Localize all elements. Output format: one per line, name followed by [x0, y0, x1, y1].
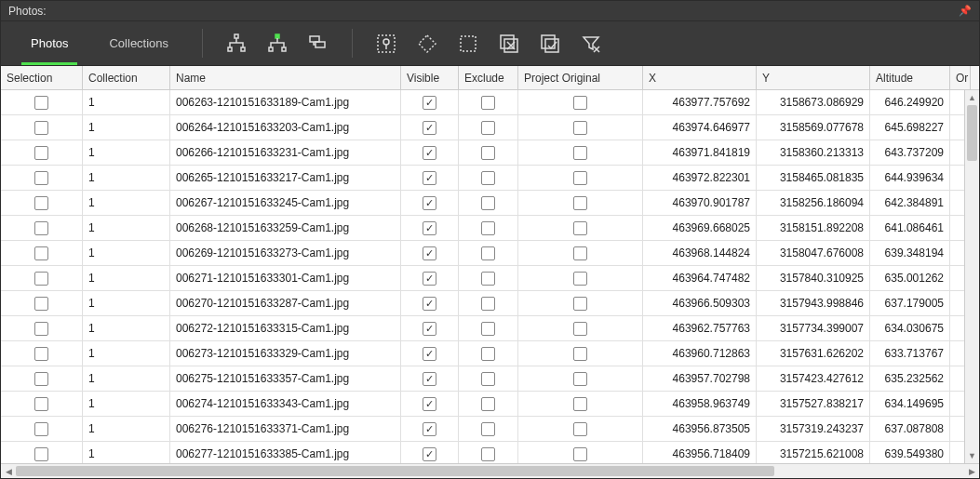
- checkbox-icon[interactable]: [481, 246, 495, 260]
- table-row[interactable]: 1006266-1210151633231-Cam1.jpg✓463971.84…: [1, 140, 979, 166]
- exclude-cell[interactable]: [459, 166, 518, 190]
- project-original-cell[interactable]: [518, 266, 643, 290]
- selection-cell[interactable]: [1, 166, 83, 190]
- exclude-cell[interactable]: [459, 392, 518, 416]
- scroll-right-icon[interactable]: ▶: [964, 464, 979, 478]
- checkbox-icon[interactable]: [573, 272, 587, 286]
- checkbox-icon[interactable]: [34, 171, 48, 185]
- checkbox-icon[interactable]: ✓: [423, 372, 436, 386]
- project-original-cell[interactable]: [518, 115, 643, 140]
- checkbox-icon[interactable]: [481, 146, 495, 160]
- checkbox-icon[interactable]: [481, 171, 495, 185]
- col-x[interactable]: X: [643, 66, 757, 89]
- exclude-cell[interactable]: [459, 341, 518, 366]
- col-selection[interactable]: Selection: [1, 66, 83, 89]
- checkbox-icon[interactable]: [481, 96, 495, 110]
- horizontal-scrollbar[interactable]: ◀ ▶: [1, 463, 979, 478]
- selection-cell[interactable]: [1, 115, 83, 140]
- checkbox-icon[interactable]: [34, 322, 48, 336]
- col-collection[interactable]: Collection: [83, 66, 170, 89]
- table-row[interactable]: 1006269-1210151633273-Cam1.jpg✓463968.14…: [1, 241, 979, 266]
- rect-select-icon[interactable]: [448, 21, 489, 65]
- exclude-cell[interactable]: [459, 140, 518, 165]
- selection-cell[interactable]: [1, 341, 83, 366]
- col-altitude[interactable]: Altitude: [870, 66, 950, 89]
- checkbox-icon[interactable]: [573, 246, 587, 260]
- scroll-up-icon[interactable]: ▲: [965, 90, 979, 105]
- diamond-select-icon[interactable]: [407, 21, 448, 65]
- checkbox-icon[interactable]: [481, 347, 495, 361]
- checkbox-icon[interactable]: ✓: [423, 196, 436, 210]
- table-row[interactable]: 1006275-1210151633357-Cam1.jpg✓463957.70…: [1, 366, 979, 392]
- selection-cell[interactable]: [1, 417, 83, 441]
- visible-cell[interactable]: ✓: [401, 216, 459, 240]
- exclude-cell[interactable]: [459, 216, 518, 240]
- exclude-cell[interactable]: [459, 291, 518, 315]
- checkbox-icon[interactable]: [481, 121, 495, 135]
- table-row[interactable]: 1006274-1210151633343-Cam1.jpg✓463958.96…: [1, 392, 979, 417]
- checkbox-icon[interactable]: ✓: [423, 96, 436, 110]
- checkbox-icon[interactable]: ✓: [423, 146, 436, 160]
- table-row[interactable]: 1006271-1210151633301-Cam1.jpg✓463964.74…: [1, 266, 979, 291]
- col-project-original[interactable]: Project Original: [518, 66, 643, 89]
- selection-cell[interactable]: [1, 266, 83, 290]
- checkbox-icon[interactable]: [481, 221, 495, 235]
- project-original-cell[interactable]: [518, 442, 643, 463]
- exclude-cell[interactable]: [459, 115, 518, 140]
- checkbox-icon[interactable]: [481, 447, 495, 461]
- checkbox-icon[interactable]: [481, 272, 495, 286]
- table-row[interactable]: 1006264-1210151633203-Cam1.jpg✓463974.64…: [1, 115, 979, 140]
- scroll-thumb[interactable]: [967, 105, 977, 161]
- checkbox-icon[interactable]: [34, 272, 48, 286]
- cascade-icon[interactable]: [298, 21, 339, 65]
- visible-cell[interactable]: ✓: [401, 266, 459, 290]
- hscroll-thumb[interactable]: [16, 466, 774, 476]
- exclude-cell[interactable]: [459, 241, 518, 265]
- selection-cell[interactable]: [1, 191, 83, 215]
- scroll-down-icon[interactable]: ▼: [965, 448, 979, 463]
- exclude-cell[interactable]: [459, 417, 518, 441]
- checkbox-icon[interactable]: [573, 397, 587, 411]
- checkbox-icon[interactable]: ✓: [423, 422, 436, 436]
- checkbox-icon[interactable]: [573, 447, 587, 461]
- checkbox-icon[interactable]: [573, 322, 587, 336]
- exclude-cell[interactable]: [459, 316, 518, 340]
- checkbox-icon[interactable]: [34, 96, 48, 110]
- exclude-cell[interactable]: [459, 90, 518, 114]
- tab-photos[interactable]: Photos: [10, 21, 88, 65]
- hscroll-track[interactable]: [16, 464, 964, 478]
- tree-icon-2[interactable]: [257, 21, 298, 65]
- checkbox-icon[interactable]: [481, 196, 495, 210]
- project-original-cell[interactable]: [518, 216, 643, 240]
- project-original-cell[interactable]: [518, 191, 643, 215]
- visible-cell[interactable]: ✓: [401, 442, 459, 463]
- project-original-cell[interactable]: [518, 166, 643, 190]
- checkbox-icon[interactable]: [573, 422, 587, 436]
- checkbox-icon[interactable]: [481, 297, 495, 311]
- col-name[interactable]: Name: [170, 66, 401, 89]
- project-original-cell[interactable]: [518, 291, 643, 315]
- visible-cell[interactable]: ✓: [401, 366, 459, 391]
- checkbox-icon[interactable]: [573, 171, 587, 185]
- col-or[interactable]: Or: [950, 66, 971, 89]
- table-row[interactable]: 1006276-1210151633371-Cam1.jpg✓463956.87…: [1, 417, 979, 442]
- checkbox-icon[interactable]: ✓: [423, 272, 436, 286]
- selection-cell[interactable]: [1, 216, 83, 240]
- project-original-cell[interactable]: [518, 90, 643, 114]
- checkbox-icon[interactable]: [481, 372, 495, 386]
- exclude-cell[interactable]: [459, 191, 518, 215]
- checkbox-icon[interactable]: [34, 397, 48, 411]
- exclude-cell[interactable]: [459, 266, 518, 290]
- checkbox-icon[interactable]: [34, 422, 48, 436]
- checkbox-icon[interactable]: ✓: [423, 121, 436, 135]
- project-original-cell[interactable]: [518, 341, 643, 366]
- project-original-cell[interactable]: [518, 241, 643, 265]
- table-row[interactable]: 1006263-1210151633189-Cam1.jpg✓463977.75…: [1, 90, 979, 115]
- checkbox-icon[interactable]: [481, 422, 495, 436]
- checkbox-icon[interactable]: ✓: [423, 447, 436, 461]
- table-row[interactable]: 1006267-1210151633245-Cam1.jpg✓463970.90…: [1, 191, 979, 216]
- visible-cell[interactable]: ✓: [401, 90, 459, 114]
- col-y[interactable]: Y: [757, 66, 870, 89]
- project-original-cell[interactable]: [518, 392, 643, 416]
- checkbox-icon[interactable]: ✓: [423, 221, 436, 235]
